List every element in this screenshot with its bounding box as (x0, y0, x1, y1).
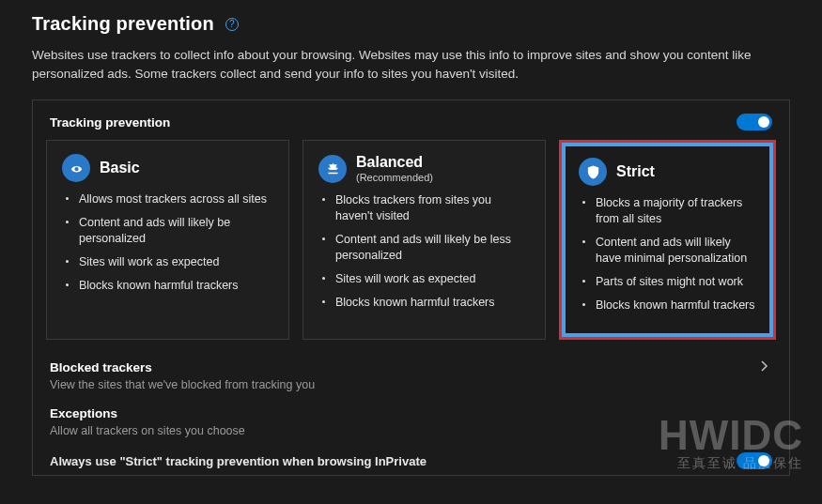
list-item: Sites will work as expected (322, 271, 530, 287)
link-description: Allow all trackers on sites you choose (50, 424, 772, 437)
card-title-balanced: Balanced (356, 154, 433, 171)
list-item: Allows most trackers across all sites (66, 191, 273, 207)
card-subtitle-balanced: (Recommended) (356, 172, 433, 183)
inprivate-strict-label: Always use "Strict" tracking prevention … (50, 454, 427, 468)
list-item: Content and ads will likely be less pers… (322, 232, 530, 264)
balanced-icon (318, 155, 347, 183)
level-card-balanced[interactable]: Balanced (Recommended) Blocks trackers f… (302, 140, 546, 340)
strict-icon (579, 158, 607, 186)
card-title-strict: Strict (616, 163, 655, 180)
list-item: Blocks known harmful trackers (582, 298, 756, 313)
help-icon[interactable]: ? (225, 18, 239, 31)
list-item: Sites will work as expected (66, 254, 273, 270)
page-description: Websites use trackers to collect info ab… (32, 46, 790, 83)
list-item: Content and ads will likely be personali… (66, 215, 273, 247)
level-card-strict[interactable]: Strict Blocks a majority of trackers fro… (559, 140, 776, 340)
exceptions-link[interactable]: Exceptions Allow all trackers on sites y… (46, 401, 776, 447)
inprivate-strict-toggle[interactable] (737, 452, 772, 469)
list-item: Parts of sites might not work (582, 274, 756, 290)
list-item: Blocks a majority of trackers from all s… (582, 195, 756, 227)
level-card-basic[interactable]: Basic Allows most trackers across all si… (46, 140, 289, 340)
link-title: Exceptions (50, 406, 772, 420)
tracking-prevention-toggle[interactable] (737, 114, 772, 130)
blocked-trackers-link[interactable]: Blocked trackers View the sites that we'… (46, 355, 776, 401)
chevron-right-icon (759, 360, 770, 372)
tracking-prevention-panel: Tracking prevention Basic Allows most tr… (32, 99, 790, 476)
basic-icon (62, 154, 90, 182)
list-item: Content and ads will likely have minimal… (582, 235, 756, 267)
page-title: Tracking prevention (32, 13, 214, 35)
card-title-basic: Basic (100, 160, 140, 176)
link-title: Blocked trackers (50, 360, 772, 374)
link-description: View the sites that we've blocked from t… (50, 378, 772, 391)
list-item: Blocks trackers from sites you haven't v… (322, 192, 530, 224)
list-item: Blocks known harmful trackers (322, 295, 530, 311)
panel-title: Tracking prevention (50, 115, 170, 130)
list-item: Blocks known harmful trackers (66, 278, 273, 294)
